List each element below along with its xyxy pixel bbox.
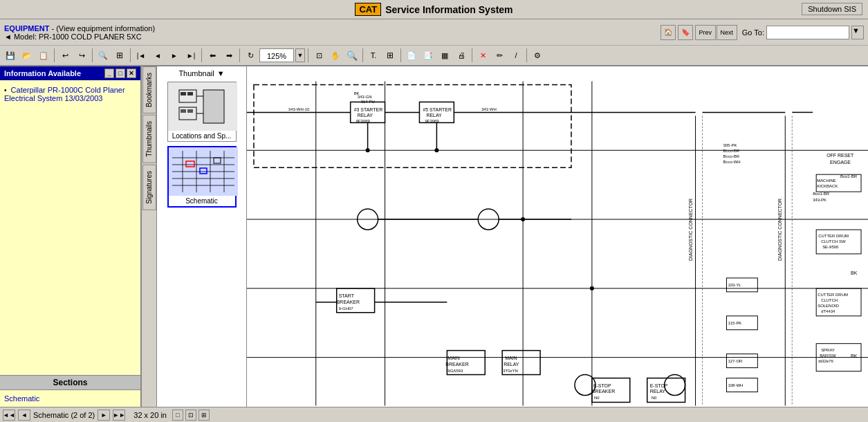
svg-text:Bcco-WH: Bcco-WH — [723, 160, 740, 164]
prev-page-button[interactable]: ◄ — [150, 48, 165, 63]
svg-text:SOLENOID: SOLENOID — [818, 304, 840, 308]
minimize-button[interactable]: _ — [104, 68, 114, 78]
svg-rect-5 — [181, 92, 186, 95]
equipment-view-info: - (View equipment information) — [51, 24, 155, 33]
status-rewind-button[interactable]: ◄◄ — [3, 410, 15, 421]
close-button[interactable]: ✕ — [127, 68, 136, 78]
next-button[interactable]: Next — [717, 25, 737, 40]
save-button[interactable]: 💾 — [3, 48, 18, 63]
svg-text:Bcco-BR: Bcco-BR — [723, 149, 739, 153]
header-controls: _ □ ✕ — [104, 68, 136, 78]
doc-button[interactable]: 📄 — [404, 48, 419, 63]
status-icon-1[interactable]: □ — [172, 410, 183, 421]
first-page-button[interactable]: |◄ — [133, 48, 149, 63]
pen-button[interactable]: ✏ — [492, 48, 507, 63]
rotate-button[interactable]: ↻ — [243, 48, 258, 63]
svg-text:108-WH: 108-WH — [728, 383, 743, 387]
thumbnail-2[interactable]: Schematic — [167, 146, 237, 208]
undo-button[interactable]: ↩ — [57, 48, 73, 63]
redo-button[interactable]: ↪ — [74, 48, 89, 63]
svg-text:DIAGNOSTIC CONNECTOR: DIAGNOSTIC CONNECTOR — [777, 199, 782, 261]
text2-button[interactable]: ⊞ — [382, 48, 398, 63]
svg-text:305-PK: 305-PK — [723, 143, 737, 147]
next-page-button[interactable]: ► — [167, 48, 182, 63]
status-icon-2[interactable]: ⊡ — [185, 410, 196, 421]
settings-button[interactable]: ⚙ — [530, 48, 545, 63]
open-button[interactable]: 📂 — [19, 48, 35, 63]
separator-10 — [526, 48, 527, 62]
copy-button[interactable]: 📋 — [36, 48, 51, 63]
doc2-button[interactable]: 📑 — [421, 48, 436, 63]
svg-text:START: START — [339, 293, 355, 298]
home-nav-icon[interactable]: 🏠 — [661, 25, 676, 40]
goto-input[interactable] — [766, 26, 849, 39]
redline-button[interactable]: ✕ — [475, 48, 490, 63]
status-next-button[interactable]: ► — [98, 410, 110, 421]
thumbnail-dropdown-icon[interactable]: ▼ — [217, 69, 225, 77]
svg-text:MACHINE: MACHINE — [817, 178, 836, 183]
info-header-title: Information Available — [4, 69, 81, 77]
svg-text:BK: BK — [354, 91, 360, 95]
last-page-button[interactable]: ►| — [183, 48, 198, 63]
svg-point-99 — [434, 148, 438, 152]
thumbnails-panel: Thumbnail ▼ Locations and Sp... — [157, 66, 247, 407]
zoom-dropdown[interactable]: ▼ — [295, 48, 305, 62]
zoom-in-button[interactable]: 🔍 — [344, 48, 360, 63]
thumbnail-2-image — [169, 147, 238, 196]
svg-text:SPRAY: SPRAY — [821, 348, 835, 352]
back-button[interactable]: ⬅ — [205, 48, 220, 63]
separator-7 — [362, 48, 363, 62]
svg-rect-21 — [254, 84, 571, 167]
svg-text:dt32e76: dt32e76 — [818, 359, 833, 363]
svg-text:CUTTER DRUM: CUTTER DRUM — [818, 234, 849, 238]
svg-rect-0 — [179, 90, 196, 102]
nav-item-electrical[interactable]: Caterpillar PR-1000C Cold Planer Electri… — [4, 86, 125, 102]
equipment-link[interactable]: EQUIPMENT — [4, 24, 49, 33]
svg-text:OFF RESET: OFF RESET — [827, 153, 854, 158]
separator-2 — [92, 48, 93, 62]
forward-button[interactable]: ➡ — [221, 48, 237, 63]
svg-text:9F3069: 9F3069 — [356, 119, 371, 123]
prev-button[interactable]: Prev — [695, 25, 716, 40]
thumbnails-tab[interactable]: Thumbnails — [142, 115, 156, 163]
status-size-label: 32 x 20 in — [133, 411, 167, 419]
separator-4 — [201, 48, 202, 62]
thumbnail-label: Thumbnail — [178, 69, 214, 77]
svg-text:BK: BK — [851, 354, 858, 358]
svg-text:#3 STARTER: #3 STARTER — [354, 107, 383, 112]
fit-page-button[interactable]: ⊡ — [311, 48, 326, 63]
bookmarks-tab[interactable]: Bookmarks — [142, 66, 156, 113]
line-tool-button[interactable]: / — [508, 48, 524, 63]
pan-button[interactable]: ✋ — [328, 48, 343, 63]
svg-rect-8 — [187, 109, 193, 113]
title-content: CAT Service Information System — [355, 3, 513, 16]
goto-label: Go To: — [742, 28, 764, 37]
schematic-view: #3 STARTER RELAY 9F3069 #5 STARTER RELAY… — [247, 66, 868, 407]
find-button[interactable]: 🔍 — [95, 48, 111, 63]
schematic-link[interactable]: Schematic — [4, 394, 136, 403]
nav-items: • Caterpillar PR-1000C Cold Planer Elect… — [0, 80, 140, 375]
cat-logo: CAT — [355, 3, 381, 16]
status-prev-button[interactable]: ◄ — [18, 410, 30, 421]
thumbnail-1[interactable]: Locations and Sp... — [167, 82, 237, 142]
binoculars-button[interactable]: ⊞ — [112, 48, 127, 63]
svg-text:Bco1-BR: Bco1-BR — [840, 174, 858, 178]
info-header: Information Available _ □ ✕ — [0, 66, 140, 80]
status-ffwd-button[interactable]: ►► — [113, 410, 125, 421]
shutdown-button[interactable]: Shutdown SIS — [802, 3, 862, 15]
svg-text:RELAY: RELAY — [358, 113, 373, 118]
goto-dropdown[interactable]: ▼ — [851, 26, 864, 39]
signatures-tab[interactable]: Signatures — [142, 165, 156, 210]
thumbnail-1-image — [168, 82, 237, 131]
status-icon-3[interactable]: ⊞ — [198, 410, 210, 421]
text-tool-button[interactable]: T. — [366, 48, 381, 63]
nav-controls: 🏠 🔖 Prev Next Go To: ▼ — [661, 25, 864, 40]
bookmark-nav-icon[interactable]: 🔖 — [678, 25, 693, 40]
maximize-button[interactable]: □ — [116, 68, 125, 78]
thumbnail-header[interactable]: Thumbnail ▼ — [178, 69, 224, 77]
grid-button[interactable]: ▦ — [437, 48, 452, 63]
svg-rect-18 — [186, 161, 194, 167]
print-button[interactable]: 🖨 — [454, 48, 469, 63]
title-bar: CAT Service Information System Shutdown … — [0, 0, 868, 19]
svg-text:9-GH07: 9-GH07 — [339, 306, 354, 311]
